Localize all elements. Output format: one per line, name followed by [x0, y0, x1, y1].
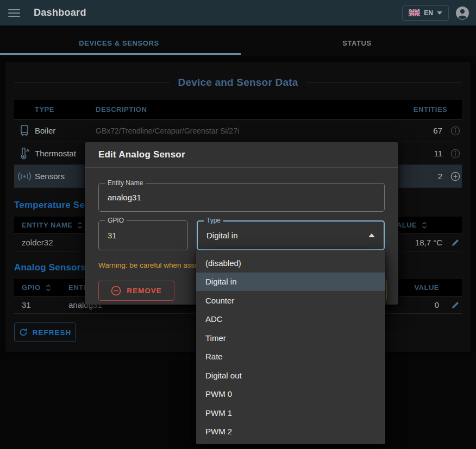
remove-label: REMOVE [127, 287, 162, 295]
entity-name-label: Entity Name [105, 179, 146, 187]
menu-item-digital-in[interactable]: Digital in [196, 273, 385, 292]
edit-pencil-icon[interactable] [449, 238, 462, 247]
menu-item-digital-out[interactable]: Digital out [196, 366, 385, 385]
dialog-title: Edit Analog Sensor [98, 149, 185, 160]
top-app-bar: Dashboard EN [0, 0, 476, 26]
col-entities: ENTITIES [399, 105, 462, 113]
language-selector[interactable]: EN [402, 5, 449, 21]
col-type: TYPE [35, 105, 96, 113]
user-avatar[interactable] [455, 6, 469, 20]
refresh-label: REFRESH [33, 328, 72, 337]
refresh-button[interactable]: REFRESH [14, 322, 76, 342]
gpio-value: 31 [99, 231, 117, 240]
sort-icon [422, 222, 427, 229]
device-entities: 2 [399, 172, 442, 181]
device-entities: 67 [399, 126, 442, 135]
uk-flag-icon [409, 9, 420, 16]
section-title-row: Device and Sensor Data [14, 62, 462, 90]
menu-icon[interactable] [8, 8, 22, 18]
sort-icon [46, 284, 51, 291]
chevron-up-icon [368, 233, 375, 237]
svg-text:A: A [26, 148, 29, 153]
menu-item-adc[interactable]: ADC [196, 310, 385, 329]
device-description: GBx72/Trendline/Cerapur/Greenstar Si/27i [96, 127, 399, 135]
analog-gpio: 31 [14, 300, 62, 309]
tab-devices-sensors[interactable]: DEVICES & SENSORS [0, 26, 238, 56]
type-value: Digital in [198, 231, 238, 240]
menu-item-pwm2[interactable]: PWM 2 [196, 422, 385, 441]
dialog-header: Edit Analog Sensor [85, 142, 398, 168]
col-gpio[interactable]: GPIO [14, 283, 62, 292]
page-title: Dashboard [34, 7, 86, 18]
thermostat-icon: A [14, 148, 35, 160]
table-row-boiler[interactable]: Boiler GBx72/Trendline/Cerapur/Greenstar… [14, 119, 462, 142]
entity-name-value: analog31 [99, 193, 141, 202]
type-dropdown-menu: (disabled) Digital in Counter ADC Timer … [196, 250, 385, 444]
add-circle-icon[interactable] [449, 172, 462, 181]
info-icon[interactable] [449, 149, 462, 159]
device-table-header: TYPE DESCRIPTION ENTITIES [14, 100, 462, 119]
menu-item-pwm0[interactable]: PWM 0 [196, 385, 385, 404]
menu-item-counter[interactable]: Counter [196, 291, 385, 310]
boiler-icon [14, 125, 35, 137]
tab-devices-label: DEVICES & SENSORS [79, 39, 159, 47]
menu-item-rate[interactable]: Rate [196, 347, 385, 366]
tab-status-label: STATUS [342, 39, 372, 47]
remove-button[interactable]: REMOVE [98, 281, 174, 301]
refresh-icon [19, 328, 28, 337]
tab-status[interactable]: STATUS [238, 26, 476, 56]
device-type: Boiler [35, 126, 96, 135]
tab-bar: DEVICES & SENSORS STATUS [0, 26, 476, 56]
device-entities: 11 [399, 149, 442, 158]
edit-pencil-icon[interactable] [449, 301, 462, 309]
section-title: Device and Sensor Data [178, 77, 298, 88]
col-entity-name-label: ENTITY NAME [22, 221, 72, 229]
gpio-field[interactable]: GPIO 31 [98, 220, 188, 250]
info-icon[interactable] [449, 126, 462, 136]
menu-item-disabled[interactable]: (disabled) [196, 254, 385, 273]
language-label: EN [424, 9, 433, 17]
sort-icon [77, 222, 83, 229]
remove-circle-icon [111, 286, 121, 296]
menu-item-timer[interactable]: Timer [196, 328, 385, 347]
col-description: DESCRIPTION [96, 105, 399, 113]
sensors-icon [14, 172, 35, 181]
type-label: Type [204, 217, 223, 224]
menu-item-pwm1[interactable]: PWM 1 [196, 403, 385, 422]
gpio-label: GPIO [105, 217, 127, 224]
active-tab-underline [0, 53, 241, 55]
chevron-down-icon [437, 11, 442, 15]
entity-name-field[interactable]: Entity Name analog31 [98, 183, 385, 212]
type-select[interactable]: Type Digital in [197, 220, 385, 250]
col-gpio-label: GPIO [22, 283, 41, 292]
